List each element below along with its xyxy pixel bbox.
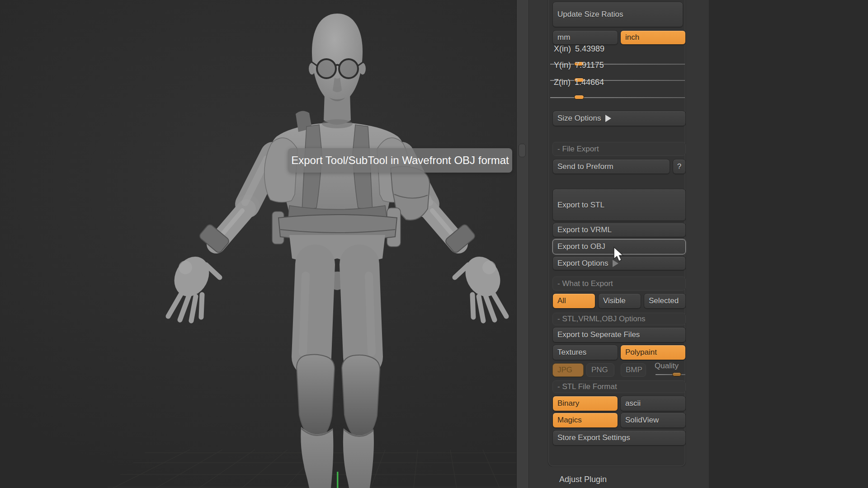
png-format-button[interactable]: PNG	[586, 363, 614, 377]
solidview-button[interactable]: SolidView	[620, 413, 686, 428]
stl-vrml-obj-options-section-header: - STL,VRML,OBJ Options	[552, 313, 686, 325]
quality-slider-handle[interactable]	[672, 372, 681, 376]
size-options-button[interactable]: Size Options	[552, 111, 686, 126]
help-button[interactable]: ?	[673, 159, 686, 174]
what-to-export-section-header: - What to Export	[552, 277, 686, 291]
quality-label: Quality	[655, 361, 679, 371]
binary-button[interactable]: Binary	[552, 396, 618, 411]
sculpt-figure	[168, 14, 507, 488]
tooltip: Export Tool/SubTool in Wavefront OBJ for…	[288, 148, 512, 173]
tray-divider-handle-icon[interactable]	[519, 144, 526, 157]
adjust-plugin-label[interactable]: Adjust Plugin	[559, 475, 607, 484]
z-size-slider-handle[interactable]	[574, 95, 584, 99]
3d-viewport[interactable]: Export Tool/SubTool in Wavefront OBJ for…	[0, 0, 516, 488]
send-to-preform-button[interactable]: Send to Preform	[552, 159, 670, 174]
unit-inch-button[interactable]: inch	[620, 30, 686, 45]
expand-arrow-icon	[605, 115, 611, 122]
export-visible-button[interactable]: Visible	[598, 293, 641, 309]
tray-divider[interactable]	[516, 0, 529, 488]
export-to-vrml-button[interactable]: Export to VRML	[552, 223, 686, 237]
export-selected-button[interactable]: Selected	[644, 293, 686, 309]
file-export-section-header: - File Export	[552, 142, 686, 156]
y-size-label: Y(in)7.91175	[554, 61, 604, 70]
3d-model-figure	[0, 0, 516, 488]
jpg-format-button[interactable]: JPG	[552, 363, 584, 377]
floor-marker-green	[337, 472, 339, 488]
unit-mm-button[interactable]: mm	[552, 30, 618, 45]
3d-print-exporter-panel: Update Size Ratios mm inch X(in)5.43989 …	[548, 0, 685, 466]
z-size-label: Z(in)1.44664	[554, 78, 604, 87]
textures-button[interactable]: Textures	[552, 345, 618, 360]
store-export-settings-button[interactable]: Store Export Settings	[552, 430, 686, 446]
magics-button[interactable]: Magics	[552, 413, 618, 428]
polypaint-button[interactable]: Polypaint	[620, 345, 686, 360]
export-to-stl-button[interactable]: Export to STL	[552, 189, 686, 221]
bmp-format-button[interactable]: BMP	[621, 363, 646, 377]
export-all-button[interactable]: All	[552, 293, 595, 309]
z-size-slider[interactable]	[550, 97, 685, 98]
stl-file-format-section-header: - STL File Format	[552, 380, 686, 393]
mouse-cursor-icon	[613, 247, 627, 263]
ascii-button[interactable]: ascii	[620, 396, 686, 411]
zbrush-window: Export Tool/SubTool in Wavefront OBJ for…	[0, 0, 868, 488]
export-to-separate-files-button[interactable]: Export to Seperate Files	[552, 327, 686, 343]
x-size-label: X(in)5.43989	[554, 44, 604, 54]
update-size-ratios-button[interactable]: Update Size Ratios	[552, 2, 683, 27]
